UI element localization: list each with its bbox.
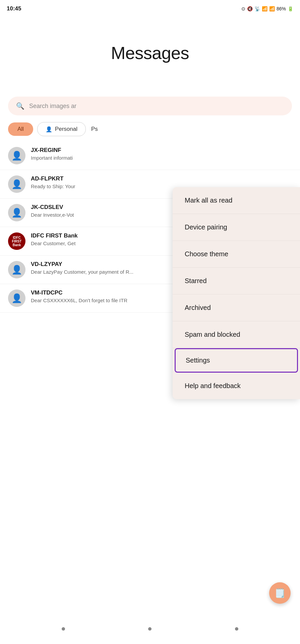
dropdown-item-help-feedback[interactable]: Help and feedback (173, 373, 300, 399)
dropdown-item-settings[interactable]: Settings (175, 348, 298, 373)
message-sender: JX-REGINF (31, 147, 292, 154)
hotspot-icon: 📡 (254, 6, 260, 11)
avatar: 👤 (8, 261, 25, 278)
whatsapp-icon: ⊙ (241, 6, 245, 11)
personal-icon: 👤 (46, 126, 52, 132)
status-time: 10:45 (7, 5, 21, 12)
battery-label: 86% (277, 6, 286, 11)
mute-icon: 🔇 (247, 6, 253, 11)
main-content: Messages 🔍 Search images ar All 👤 Person… (0, 16, 300, 644)
nav-dot-2 (148, 627, 152, 631)
person-icon: 👤 (11, 151, 22, 161)
message-body: JX-REGINF Important informati (31, 147, 292, 161)
dropdown-item-device-pairing[interactable]: Device pairing (173, 214, 300, 241)
dropdown-item-starred[interactable]: Starred (173, 268, 300, 294)
battery-icon: 🔋 (288, 6, 293, 11)
search-icon: 🔍 (16, 102, 24, 110)
dropdown-menu: Mark all as read Device pairing Choose t… (173, 187, 300, 399)
tab-ps[interactable]: Ps (91, 126, 98, 132)
personal-label: Personal (55, 126, 77, 132)
message-item[interactable]: 👤 JX-REGINF Important informati (0, 142, 300, 170)
filter-tabs: All 👤 Personal Ps (0, 122, 300, 142)
message-preview: Important informati (31, 155, 292, 161)
avatar: 👤 (8, 175, 25, 193)
person-icon: 👤 (11, 265, 22, 275)
signal-icon: 📶 (269, 6, 275, 11)
person-icon: 👤 (11, 208, 22, 218)
avatar: 👤 (8, 289, 25, 307)
dropdown-item-choose-theme[interactable]: Choose theme (173, 241, 300, 268)
page-title-section: Messages (0, 16, 300, 97)
compose-icon: 🗒️ (275, 588, 285, 598)
nav-dot-3 (235, 627, 238, 631)
message-sender: AD-FLPKRT (31, 175, 292, 182)
search-placeholder: Search images ar (29, 103, 76, 110)
person-icon: 👤 (11, 179, 22, 190)
page-title: Messages (111, 43, 189, 63)
tab-personal[interactable]: 👤 Personal (37, 122, 86, 136)
dropdown-item-spam-blocked[interactable]: Spam and blocked (173, 321, 300, 348)
nav-dot-1 (62, 627, 65, 631)
avatar: 👤 (8, 204, 25, 221)
bottom-nav (0, 621, 300, 637)
status-icons: ⊙ 🔇 📡 📶 📶 86% 🔋 (241, 6, 293, 11)
tab-all[interactable]: All (8, 122, 33, 136)
fab-button[interactable]: 🗒️ (269, 582, 291, 604)
avatar-idfc: IDFCFIRSTBank (8, 232, 25, 250)
avatar: 👤 (8, 147, 25, 164)
idfc-logo: IDFCFIRSTBank (12, 236, 22, 247)
wifi-icon: 📶 (262, 6, 267, 11)
dropdown-item-mark-all-read[interactable]: Mark all as read (173, 187, 300, 214)
status-bar: 10:45 ⊙ 🔇 📡 📶 📶 86% 🔋 (0, 0, 300, 16)
person-icon: 👤 (11, 293, 22, 304)
dropdown-item-archived[interactable]: Archived (173, 294, 300, 321)
search-bar[interactable]: 🔍 Search images ar (8, 97, 292, 115)
search-container: 🔍 Search images ar (0, 97, 300, 122)
